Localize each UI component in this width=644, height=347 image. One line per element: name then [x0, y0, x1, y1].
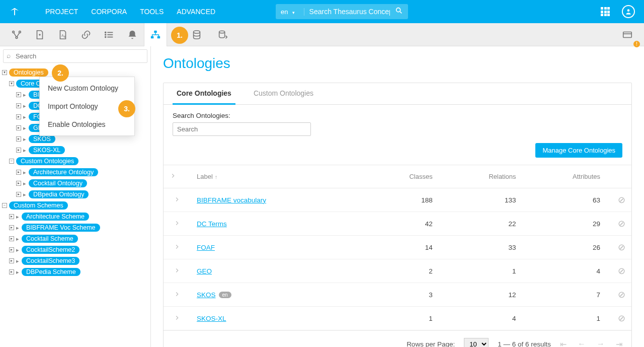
- ontology-link[interactable]: FOAF: [197, 244, 215, 251]
- pager: Rows per Page: 10 1 — 6 of 6 results ⇤ ←…: [164, 330, 631, 347]
- top-nav: PROJECT CORPORA TOOLS ADVANCED: [45, 8, 215, 16]
- row-expand-icon[interactable]: [164, 212, 191, 236]
- top-bar: PROJECT CORPORA TOOLS ADVANCED en: [0, 0, 644, 23]
- manage-core-ontologies-button[interactable]: Manage Core Ontologies: [535, 143, 622, 158]
- disable-icon[interactable]: ⊘: [618, 242, 625, 252]
- tree-toggle[interactable]: −: [9, 159, 14, 164]
- nav-advanced[interactable]: ADVANCED: [177, 8, 215, 16]
- search-icon[interactable]: [395, 7, 403, 17]
- tree-item[interactable]: BIBFRAME Voc Scheme: [22, 224, 100, 232]
- tool-db2-icon[interactable]: [211, 23, 234, 46]
- svg-point-3: [13, 31, 15, 33]
- row-expand-icon[interactable]: [164, 307, 191, 330]
- svg-point-11: [105, 32, 106, 33]
- pager-last-icon[interactable]: ⇥: [616, 339, 622, 347]
- tree-item[interactable]: SKOS: [29, 135, 55, 143]
- row-expand-icon[interactable]: [164, 283, 191, 307]
- lang-select[interactable]: en: [281, 8, 304, 16]
- tree-toggle[interactable]: ▸: [9, 247, 14, 252]
- tree-custom-ontologies[interactable]: Custom Ontologies: [16, 157, 78, 165]
- tree-item[interactable]: DBPedia Scheme: [22, 268, 80, 276]
- tool-list-icon[interactable]: [98, 23, 121, 46]
- tree-toggle[interactable]: ▸: [9, 225, 14, 230]
- row-expand-icon[interactable]: [164, 188, 191, 212]
- tree-item[interactable]: Cocktail Scheme: [22, 235, 78, 243]
- ctx-new-ontology[interactable]: New Custom Ontology: [40, 79, 134, 97]
- tool-bell-icon[interactable]: [121, 23, 144, 46]
- ontology-link[interactable]: SKOS: [197, 291, 216, 299]
- nav-project[interactable]: PROJECT: [45, 8, 78, 16]
- tree-toggle[interactable]: −: [2, 203, 7, 208]
- cell-attributes: 26: [522, 236, 606, 259]
- tool-card-alert-icon[interactable]: [616, 23, 639, 46]
- global-search-input[interactable]: [304, 8, 395, 16]
- ctx-enable-ontologies[interactable]: Enable Ontologies: [40, 115, 134, 133]
- tree-toggle[interactable]: ▸: [16, 148, 21, 153]
- disable-icon[interactable]: ⊘: [618, 313, 625, 323]
- row-expand-icon[interactable]: [164, 259, 191, 283]
- tree-item[interactable]: Architecture Ontology: [29, 168, 98, 176]
- tree-toggle[interactable]: ▾: [9, 81, 14, 86]
- ontology-link[interactable]: GEO: [197, 267, 212, 275]
- tool-hierarchy-icon[interactable]: [144, 23, 167, 46]
- tree-item[interactable]: CocktailScheme2: [22, 246, 79, 254]
- cell-relations: 133: [439, 188, 522, 212]
- disable-icon[interactable]: ⊘: [618, 195, 625, 205]
- cell-attributes: 4: [522, 259, 606, 283]
- tree-ontologies[interactable]: Ontologies: [9, 68, 48, 77]
- tool-doc-plus-icon[interactable]: [28, 23, 51, 46]
- search-ontologies-input[interactable]: [173, 122, 311, 136]
- tree-toggle[interactable]: ▸: [9, 214, 14, 219]
- col-relations[interactable]: Relations: [439, 165, 522, 188]
- tool-graph-icon[interactable]: [5, 23, 28, 46]
- cell-attributes: 63: [522, 188, 606, 212]
- pager-prev-icon[interactable]: ←: [578, 339, 586, 347]
- tree-toggle[interactable]: ▸: [9, 236, 14, 241]
- tree-toggle[interactable]: ▸: [9, 258, 14, 263]
- tree-item[interactable]: DBpedia Ontology: [29, 190, 89, 198]
- ontology-link[interactable]: SKOS-XL: [197, 315, 226, 322]
- apps-icon[interactable]: [601, 7, 610, 16]
- disable-icon[interactable]: ⊘: [618, 290, 625, 300]
- col-classes[interactable]: Classes: [364, 165, 439, 188]
- tree-item[interactable]: Cocktail Ontology: [29, 179, 87, 187]
- tree-custom-schemes[interactable]: Custom Schemes: [9, 201, 68, 210]
- tree-toggle[interactable]: ▾: [2, 70, 7, 75]
- tool-link-icon[interactable]: [74, 23, 98, 46]
- tree-toggle[interactable]: ▸: [16, 170, 21, 175]
- nav-corpora[interactable]: CORPORA: [91, 8, 127, 16]
- ontology-link[interactable]: DC Terms: [197, 220, 227, 228]
- row-expand-icon[interactable]: [164, 236, 191, 259]
- disable-icon[interactable]: ⊘: [618, 266, 625, 276]
- nav-tools[interactable]: TOOLS: [140, 8, 164, 16]
- tree-toggle[interactable]: ▸: [9, 269, 14, 274]
- cell-attributes: 29: [522, 212, 606, 236]
- tab-custom-ontologies[interactable]: Custom Ontologies: [250, 83, 317, 104]
- ontology-link[interactable]: BIBFRAME vocabulary: [197, 196, 266, 204]
- tree-toggle[interactable]: ▸: [16, 103, 21, 108]
- tree-toggle[interactable]: ▸: [16, 181, 21, 186]
- tree-toggle[interactable]: ▸: [16, 92, 21, 97]
- table-row: SKOS-XL 1 4 1 ⊘: [164, 307, 631, 330]
- tree-toggle[interactable]: ▸: [16, 125, 21, 130]
- tree-item[interactable]: CocktailScheme3: [22, 257, 79, 265]
- col-attributes[interactable]: Attributes: [522, 165, 606, 188]
- cell-relations: 33: [439, 236, 522, 259]
- user-icon[interactable]: [622, 5, 635, 18]
- disable-icon[interactable]: ⊘: [618, 219, 625, 229]
- svg-point-0: [396, 8, 400, 12]
- sidebar: ▾Ontologies ▾Core Ontologies ▸▸BI▸▸DC▸▸F…: [0, 46, 151, 347]
- col-label[interactable]: Label↑: [191, 165, 364, 188]
- tree-toggle[interactable]: ▸: [16, 136, 21, 142]
- tree-item[interactable]: SKOS-XL: [29, 146, 65, 154]
- tree-toggle[interactable]: ▸: [16, 114, 21, 119]
- pager-first-icon[interactable]: ⇤: [560, 339, 567, 347]
- tool-doc-ab-icon[interactable]: AB: [51, 23, 74, 46]
- tree-item[interactable]: Architecture Scheme: [22, 213, 89, 221]
- rows-per-page-select[interactable]: 10: [464, 338, 489, 347]
- tree-toggle[interactable]: ▸: [16, 192, 21, 197]
- sidebar-search-input[interactable]: [3, 49, 147, 63]
- pager-next-icon[interactable]: →: [597, 339, 605, 347]
- tab-core-ontologies[interactable]: Core Ontologies: [173, 83, 235, 105]
- svg-line-1: [400, 12, 401, 13]
